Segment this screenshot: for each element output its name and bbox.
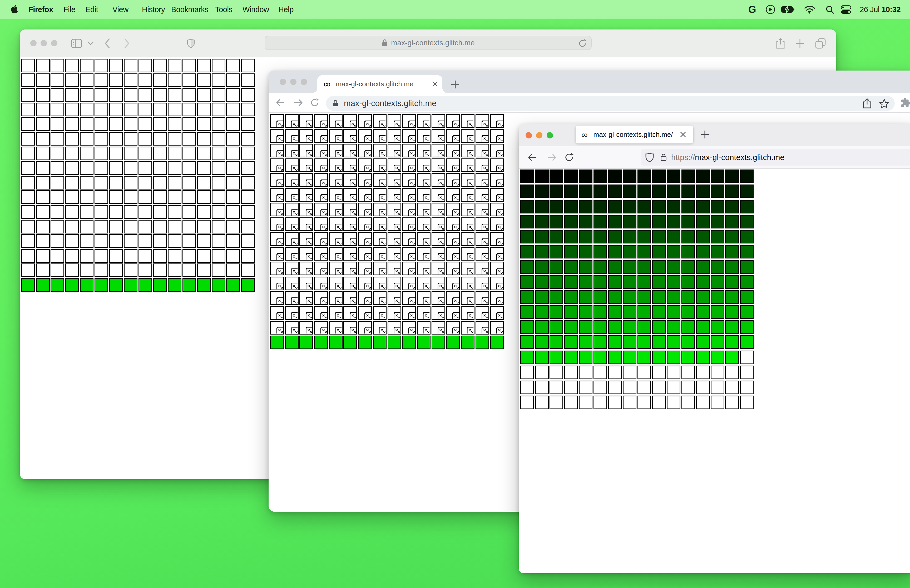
canvas-cell [124, 190, 137, 204]
broken-image-icon [438, 224, 444, 231]
sidebar-icon[interactable] [71, 39, 82, 48]
broken-image-icon [320, 327, 327, 334]
back-icon[interactable] [528, 153, 537, 162]
extensions-puzzle-icon[interactable] [900, 97, 910, 108]
reload-icon[interactable] [310, 98, 319, 107]
close-tab-icon[interactable] [431, 80, 439, 88]
broken-image-icon [291, 312, 298, 319]
close-button[interactable] [280, 79, 286, 85]
canvas-cell [183, 161, 196, 175]
close-button[interactable] [30, 40, 37, 46]
forward-icon[interactable] [547, 153, 557, 162]
canvas-cell [593, 260, 607, 274]
new-tab-icon[interactable] [451, 80, 460, 89]
broken-image-icon [423, 253, 430, 260]
broken-image-icon [306, 194, 312, 201]
canvas-cell [417, 114, 430, 128]
close-button[interactable] [525, 132, 532, 139]
canvas-cell [36, 220, 50, 233]
play-circle-icon[interactable] [765, 5, 776, 15]
menubar-item-file[interactable]: File [63, 0, 75, 19]
canvas-cell [50, 176, 64, 189]
privacy-shield-icon[interactable] [187, 39, 195, 48]
menubar-item-bookmarks[interactable]: Bookmarks [171, 0, 208, 19]
canvas-cell [608, 230, 622, 244]
forward-icon[interactable] [124, 38, 130, 49]
canvas-cell [36, 103, 50, 116]
back-icon[interactable] [104, 38, 110, 49]
chevron-down-icon[interactable] [88, 42, 94, 45]
broken-image-icon [364, 268, 371, 275]
share-icon[interactable] [863, 98, 871, 109]
menubar-app-name[interactable]: Firefox [28, 0, 53, 19]
canvas-cell [475, 144, 489, 157]
control-center-icon[interactable] [841, 5, 851, 14]
minimize-button[interactable] [290, 79, 296, 85]
canvas-cell [637, 245, 651, 258]
new-tab-icon[interactable] [795, 39, 805, 48]
canvas-cell [402, 144, 416, 157]
canvas-cell [343, 247, 357, 260]
broken-image-icon [291, 297, 298, 304]
canvas-cell [711, 335, 724, 349]
menubar-item-edit[interactable]: Edit [85, 0, 98, 19]
canvas-cell [285, 129, 299, 143]
menubar-time[interactable]: 10:32 [882, 0, 900, 19]
apple-icon[interactable] [11, 4, 19, 14]
google-g-icon[interactable]: G [748, 5, 758, 15]
search-icon[interactable] [826, 5, 834, 14]
menubar-item-help[interactable]: Help [278, 0, 294, 19]
menubar-date[interactable]: 26 Jul [860, 0, 879, 19]
chrome-url-bar[interactable]: max-gl-contexts.glitch.me [326, 96, 895, 111]
canvas-cell [50, 205, 64, 219]
tab-overview-icon[interactable] [815, 38, 826, 49]
broken-image-icon [291, 224, 298, 231]
canvas-cell [124, 73, 137, 87]
broken-image-icon [453, 312, 459, 319]
canvas-cell [696, 260, 710, 274]
canvas-cell [520, 290, 534, 304]
canvas-cell [65, 220, 79, 233]
menubar-item-window[interactable]: Window [242, 0, 269, 19]
canvas-cell [550, 396, 563, 409]
canvas-cell [490, 321, 504, 334]
canvas-cell [446, 173, 460, 187]
firefox-active-tab[interactable]: ∞ max-gl-contexts.glitch.me/ [575, 126, 693, 144]
zoom-button[interactable] [546, 132, 553, 139]
broken-image-icon [350, 121, 357, 128]
canvas-cell [593, 215, 607, 228]
menubar-item-history[interactable]: History [142, 0, 165, 19]
canvas-cell [343, 114, 357, 128]
broken-image-icon [394, 194, 401, 201]
canvas-cell [461, 173, 475, 187]
safari-url-bar[interactable]: max-gl-contexts.glitch.me [265, 36, 592, 50]
canvas-cell [681, 335, 695, 349]
zoom-button[interactable] [51, 40, 57, 46]
firefox-url-bar[interactable]: https://max-gl-contexts.glitch.me [641, 149, 910, 166]
canvas-cell [168, 161, 181, 175]
chrome-active-tab[interactable]: ∞ max-gl-contexts.glitch.me [317, 75, 442, 93]
broken-image-icon [379, 179, 386, 186]
menubar-item-view[interactable]: View [112, 0, 128, 19]
back-icon[interactable] [276, 99, 285, 107]
canvas-cell [402, 129, 416, 143]
reload-icon[interactable] [578, 39, 587, 48]
close-tab-icon[interactable] [680, 131, 687, 138]
canvas-cell [226, 176, 240, 189]
wifi-icon[interactable] [805, 6, 815, 14]
reload-icon[interactable] [564, 152, 574, 162]
menubar-item-tools[interactable]: Tools [215, 0, 233, 19]
canvas-cell [564, 245, 578, 258]
canvas-cell [299, 188, 313, 202]
minimize-button[interactable] [536, 132, 542, 139]
bookmark-star-icon[interactable] [879, 99, 889, 108]
minimize-button[interactable] [40, 40, 47, 46]
canvas-cell [50, 117, 64, 131]
share-icon[interactable] [776, 38, 785, 49]
battery-charging-icon[interactable] [781, 6, 795, 13]
broken-image-icon [408, 165, 415, 171]
broken-image-icon [379, 283, 386, 289]
zoom-button[interactable] [301, 79, 307, 85]
forward-icon[interactable] [294, 99, 303, 107]
new-tab-icon[interactable] [700, 130, 710, 139]
